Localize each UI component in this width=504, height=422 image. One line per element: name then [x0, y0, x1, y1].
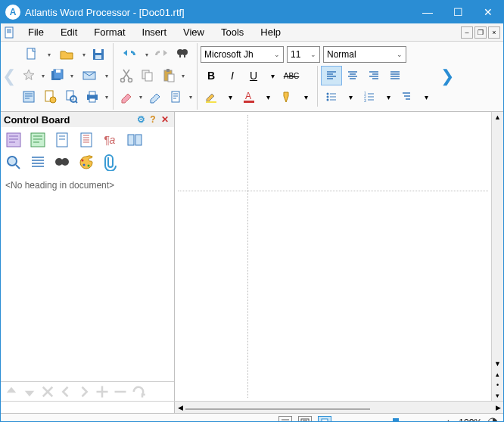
view-normal-button[interactable]: [298, 416, 312, 423]
formatting-button[interactable]: [166, 87, 186, 107]
undo-dropdown[interactable]: ▾: [144, 51, 150, 58]
scroll-down-button[interactable]: ▼: [492, 358, 503, 369]
multilevel-list-button[interactable]: [397, 87, 418, 107]
close-panel-icon[interactable]: ✕: [159, 113, 171, 126]
toolbar-nav-right[interactable]: ❯: [440, 43, 454, 110]
print-dropdown[interactable]: ▾: [104, 94, 110, 101]
print-preview-button[interactable]: [61, 87, 81, 107]
scroll-left-button[interactable]: ◀: [175, 402, 185, 413]
find-button[interactable]: [173, 45, 192, 64]
menu-tools[interactable]: Tools: [213, 25, 251, 39]
nav-down-icon[interactable]: [22, 384, 37, 399]
font-size-combo[interactable]: 11⌄: [287, 46, 320, 63]
refresh-icon[interactable]: [131, 384, 146, 399]
save-all-button[interactable]: [48, 66, 67, 85]
page-canvas[interactable]: [175, 112, 491, 401]
eraser-dropdown[interactable]: ▾: [138, 94, 144, 101]
new-dropdown[interactable]: ▾: [46, 51, 52, 58]
copy-button[interactable]: [138, 66, 157, 85]
align-center-button[interactable]: [342, 66, 363, 85]
menu-format[interactable]: Format: [86, 25, 132, 39]
vertical-scrollbar[interactable]: ▲ ▼ ▴ • ▾: [491, 112, 503, 401]
gear-icon[interactable]: ⚙: [135, 113, 147, 126]
palette-icon[interactable]: [76, 153, 96, 172]
highlight-button[interactable]: [201, 87, 222, 107]
move-left-icon[interactable]: [58, 384, 73, 399]
browse-object-button[interactable]: •: [492, 380, 503, 390]
align-justify-button[interactable]: [384, 66, 406, 85]
contrast-icon[interactable]: [487, 417, 499, 423]
styles-icon[interactable]: [125, 130, 145, 150]
redo-button[interactable]: [151, 45, 171, 64]
scroll-up-button[interactable]: ▲: [492, 112, 503, 123]
formatting-dropdown[interactable]: ▾: [188, 94, 194, 101]
font-combo[interactable]: Microsoft Jh⌄: [201, 46, 284, 63]
underline-dropdown[interactable]: ▾: [264, 66, 281, 85]
clear-format-button[interactable]: [145, 87, 165, 107]
horizontal-scrollbar[interactable]: ◀ ▶: [175, 402, 503, 413]
bookmarks-icon[interactable]: [52, 130, 72, 150]
bold-button[interactable]: B: [201, 66, 222, 85]
mdi-close-button[interactable]: ×: [488, 26, 500, 39]
zoom-icon[interactable]: [4, 153, 23, 172]
paste-dropdown[interactable]: ▾: [180, 73, 186, 79]
mdi-minimize-button[interactable]: –: [461, 26, 473, 39]
next-page-button[interactable]: ▾: [492, 390, 503, 401]
numbered-list-button[interactable]: 123: [359, 87, 380, 107]
menu-edit[interactable]: Edit: [53, 25, 85, 39]
format-painter-dropdown[interactable]: ▾: [297, 87, 314, 107]
underline-button[interactable]: U: [243, 66, 264, 85]
undo-button[interactable]: [117, 45, 142, 64]
help-icon[interactable]: ?: [147, 113, 159, 126]
numbered-dropdown[interactable]: ▾: [380, 87, 397, 107]
italic-button[interactable]: I: [222, 66, 243, 85]
collapse-icon[interactable]: [113, 384, 128, 399]
toolbar-nav-left[interactable]: ❮: [2, 43, 16, 110]
open-button[interactable]: [54, 45, 79, 64]
lists-icon[interactable]: [76, 130, 96, 150]
minimize-button[interactable]: —: [412, 1, 443, 23]
zoom-thumb[interactable]: [393, 418, 399, 423]
save-button[interactable]: [89, 45, 108, 64]
fields-icon[interactable]: ¶a: [101, 130, 120, 150]
zoom-in-button[interactable]: +: [442, 417, 454, 423]
highlight-dropdown[interactable]: ▾: [222, 87, 238, 107]
print-button[interactable]: [82, 87, 102, 107]
menu-help[interactable]: Help: [253, 25, 288, 39]
align-left-button[interactable]: [321, 66, 342, 85]
bullet-dropdown[interactable]: ▾: [342, 87, 359, 107]
favorites-dropdown[interactable]: ▾: [40, 73, 46, 79]
hscroll-thumb[interactable]: [185, 408, 370, 410]
menu-insert[interactable]: Insert: [135, 25, 175, 39]
headings-icon[interactable]: [4, 130, 23, 150]
scroll-right-button[interactable]: ▶: [493, 402, 503, 413]
move-right-icon[interactable]: [76, 384, 92, 399]
paste-button[interactable]: [159, 66, 179, 85]
binoculars-icon[interactable]: [52, 153, 72, 172]
email-dropdown[interactable]: ▾: [104, 73, 110, 79]
view-print-button[interactable]: [318, 416, 331, 423]
font-color-dropdown[interactable]: ▾: [260, 87, 276, 107]
page-setup-button[interactable]: [40, 87, 60, 107]
clip-icon[interactable]: [101, 153, 120, 172]
outline-icon[interactable]: [28, 153, 48, 172]
cut-button[interactable]: [117, 66, 136, 85]
menu-file[interactable]: File: [20, 25, 51, 39]
maximize-button[interactable]: ☐: [443, 1, 473, 23]
mdi-restore-button[interactable]: ❐: [474, 26, 487, 39]
multilevel-dropdown[interactable]: ▾: [418, 87, 434, 107]
strikethrough-button[interactable]: ABC: [281, 66, 302, 85]
email-button[interactable]: [76, 66, 102, 85]
document-mdi-icon[interactable]: [4, 26, 16, 39]
favorites-button[interactable]: [19, 66, 39, 85]
prev-page-button[interactable]: ▴: [492, 369, 503, 380]
eraser-button[interactable]: [117, 87, 136, 107]
properties-button[interactable]: [19, 87, 39, 107]
menu-view[interactable]: View: [176, 25, 212, 39]
open-dropdown[interactable]: ▾: [81, 51, 87, 58]
nav-up-icon[interactable]: [4, 384, 19, 399]
close-button[interactable]: ✕: [473, 1, 503, 23]
delete-icon[interactable]: [40, 384, 55, 399]
expand-icon[interactable]: [95, 384, 110, 399]
view-draft-button[interactable]: [278, 416, 292, 423]
